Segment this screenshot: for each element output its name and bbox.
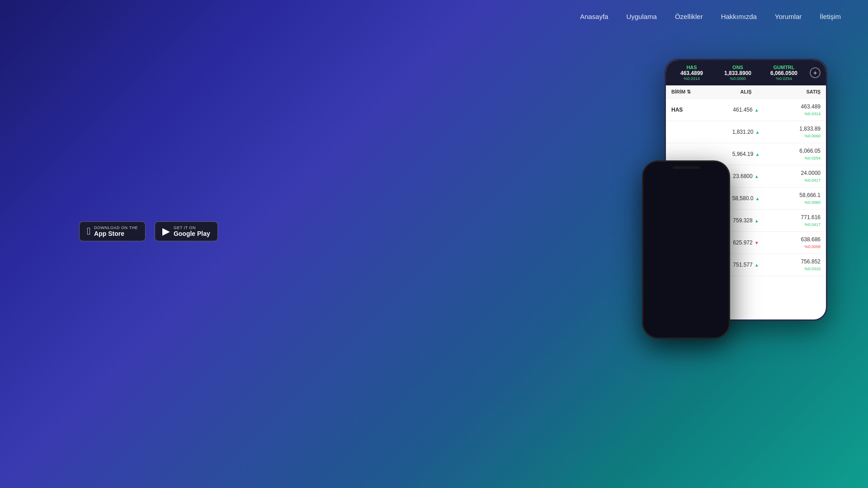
apple-icon:  (87, 226, 90, 236)
nav-anasayfa[interactable]: Anasayfa (580, 13, 609, 20)
ticker-gumtrl: GUMTRL 6,066.0500 %0.0254 (764, 65, 804, 81)
phone-screen (643, 162, 729, 338)
nav-uygulama[interactable]: Uygulama (626, 13, 657, 20)
table-header: BİRİM ⇅ ALIŞ SATIŞ (666, 85, 826, 99)
app-store-sub: Download on the (94, 225, 138, 230)
sort-icon: ⇅ (687, 89, 691, 95)
phones-container: HAS 463.4899 %0.0314 ONS 1,833.8900 %0.0… (642, 59, 832, 339)
app-store-name: App Store (94, 230, 138, 237)
table-row: HAS 461.456 ▲ 463.489 %0.0314 (666, 99, 826, 121)
nav-hakkimizda[interactable]: Hakkımızda (721, 13, 757, 20)
navbar: Anasayfa Uygulama Özellikler Hakkımızda … (553, 0, 868, 33)
google-play-name: Google Play (174, 230, 210, 237)
store-buttons:  Download on the App Store ▶ GET IT ON … (79, 221, 218, 241)
col-satis: SATIŞ (771, 89, 821, 95)
google-play-sub: GET IT ON (174, 225, 210, 230)
ticker-has: HAS 463.4899 %0.0314 (671, 65, 712, 81)
arrow-down-icon: ▼ (755, 240, 759, 245)
phone-notch (673, 166, 700, 169)
arrow-up-icon: ▲ (755, 130, 760, 135)
app-ticker-bar: HAS 463.4899 %0.0314 ONS 1,833.8900 %0.0… (666, 60, 826, 85)
col-alis: ALIŞ (721, 89, 771, 95)
arrow-up-icon: ▲ (755, 218, 759, 223)
nav-ozellikler[interactable]: Özellikler (675, 13, 703, 20)
nav-yorumlar[interactable]: Yorumlar (775, 13, 802, 20)
google-play-button[interactable]: ▶ GET IT ON Google Play (155, 221, 218, 241)
arrow-up-icon: ▲ (755, 196, 760, 201)
google-play-icon: ▶ (162, 226, 170, 236)
nav-iletisim[interactable]: İletişim (820, 13, 841, 20)
ticker-ons: ONS 1,833.8900 %0.0060 (717, 65, 758, 81)
arrow-up-icon: ▲ (755, 152, 760, 157)
app-store-button[interactable]:  Download on the App Store (79, 221, 146, 241)
table-row: 1,831.20 ▲ 1,833.89 %0.0060 (666, 121, 826, 143)
arrow-up-icon: ▲ (755, 174, 759, 179)
phone-mockup (642, 160, 730, 339)
col-birim: BİRİM ⇅ (671, 89, 721, 95)
add-ticker-button[interactable]: + (810, 67, 821, 78)
arrow-up-icon: ▲ (755, 263, 759, 267)
arrow-up-icon: ▲ (755, 108, 759, 113)
